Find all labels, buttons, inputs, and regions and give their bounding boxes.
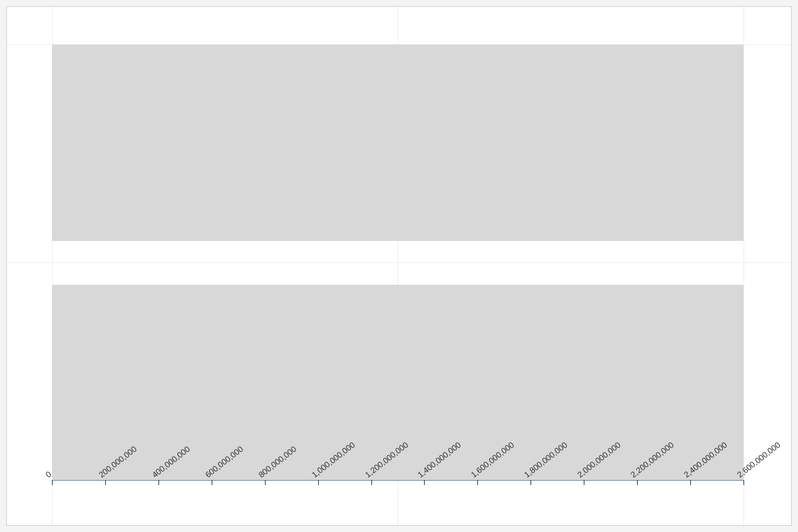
x-tick: [318, 480, 319, 485]
grid-line-horizontal: [7, 262, 791, 263]
x-tick: [265, 480, 266, 485]
x-tick: [371, 480, 372, 485]
chart-container: 0 200,000,000 400,000,000 600,000,000 80…: [6, 6, 792, 526]
x-axis-line: [52, 480, 744, 481]
x-tick: [690, 480, 691, 485]
x-tick: [637, 480, 638, 485]
x-tick: [105, 480, 106, 485]
x-tick: [744, 480, 744, 485]
x-tick: [584, 480, 584, 485]
x-tick: [158, 480, 159, 485]
x-tick: [212, 480, 212, 485]
x-tick: [531, 480, 531, 485]
grid-line-vertical: [744, 7, 744, 525]
x-tick: [424, 480, 425, 485]
x-tick: [477, 480, 478, 485]
bar-row-0: [52, 44, 744, 241]
x-tick: [52, 480, 53, 485]
